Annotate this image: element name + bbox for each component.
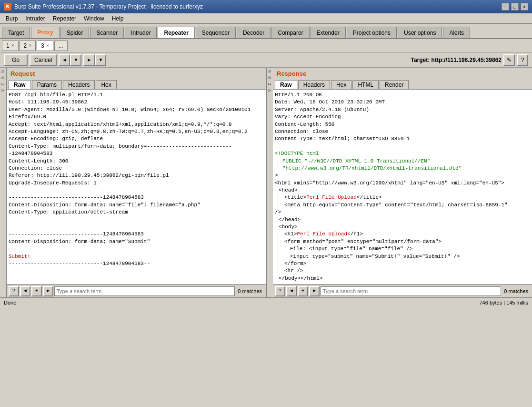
- tab-scanner[interactable]: Scanner: [90, 27, 124, 38]
- menu-window[interactable]: Window: [80, 14, 108, 23]
- response-matches: 0 matches: [502, 288, 530, 294]
- burp-logo: B: [4, 3, 11, 10]
- tab-decoder[interactable]: Decoder: [237, 27, 271, 38]
- req-search-next[interactable]: ►: [43, 286, 53, 296]
- close-button[interactable]: ×: [521, 3, 528, 10]
- titlebar-title: Burp Suite Professional v1.7.37 - Tempor…: [14, 3, 203, 10]
- tab-comparer[interactable]: Comparer: [271, 27, 309, 38]
- resp-search-add[interactable]: +: [298, 286, 308, 296]
- tab-proxy[interactable]: Proxy: [31, 27, 59, 38]
- req-line: User-Agent: Mozilla/5.0 (Windows NT 10.0…: [9, 106, 264, 113]
- nav-forward-group: ► ▼: [83, 54, 106, 66]
- resp-line: HTTP/1.1 200 OK: [275, 92, 530, 99]
- right-left-sidebar: b S I V: [266, 68, 273, 297]
- tab-spider[interactable]: Spider: [60, 27, 90, 38]
- resp-line: Connection: close: [275, 128, 530, 135]
- req-search-add[interactable]: +: [31, 286, 42, 296]
- titlebar-left: B Burp Suite Professional v1.7.37 - Temp…: [4, 3, 203, 10]
- req-line: Upgrade-Insecure-Requests: 1: [9, 180, 264, 187]
- response-tab-render[interactable]: Render: [380, 80, 409, 89]
- close-tab-3-icon[interactable]: ×: [46, 43, 49, 48]
- response-header: Response: [273, 68, 532, 79]
- left-sidebar: b S I V: [0, 68, 7, 297]
- resp-line: Vary: Accept-Encoding: [275, 113, 530, 121]
- minimize-button[interactable]: −: [502, 3, 509, 10]
- req-submit-line: Submit!: [9, 253, 264, 260]
- resp-search-prev[interactable]: ◄: [286, 286, 297, 296]
- resp-line: Content-Type: text/html; charset=ISO-885…: [275, 135, 530, 142]
- response-tab-headers[interactable]: Headers: [298, 80, 330, 89]
- response-content[interactable]: HTTP/1.1 200 OK Date: Wed, 16 Oct 2019 2…: [273, 90, 532, 284]
- repeater-tab-2[interactable]: 2 ×: [20, 41, 36, 51]
- resp-line: <input type="submit" name="Submit!" valu…: [275, 253, 530, 260]
- req-line: POST /cgi-bin/file.pl HTTP/1.1: [9, 92, 264, 99]
- req-line: [9, 224, 264, 231]
- request-tabs: Raw Params Headers Hex: [7, 79, 266, 90]
- resp-line: <html xmlns="http://www.w3.org/1999/xhtm…: [275, 180, 530, 187]
- nav-forward-button[interactable]: ►: [83, 54, 95, 66]
- nav-forward-dropdown[interactable]: ▼: [95, 54, 106, 66]
- repeater-tab-1[interactable]: 1 ×: [2, 41, 19, 51]
- req-line: Accept: text/html,application/xhtml+xml,…: [9, 121, 264, 128]
- resp-line: Date: Wed, 16 Oct 2019 23:32:20 GMT: [275, 99, 530, 106]
- tab-project-options[interactable]: Project options: [347, 27, 397, 38]
- target-help-button[interactable]: ?: [517, 54, 528, 66]
- nav-back-button[interactable]: ◄: [59, 54, 70, 66]
- response-tab-html[interactable]: HTML: [352, 80, 379, 89]
- main-tabbar: Target Proxy Spider Scanner Intruder Rep…: [0, 24, 532, 39]
- req-line: Firefox/69.0: [9, 113, 264, 121]
- request-tab-params[interactable]: Params: [32, 80, 62, 89]
- repeater-subtabs: 1 × 2 × 3 × ...: [0, 39, 532, 52]
- tab-user-options[interactable]: User options: [398, 27, 442, 38]
- request-search-input[interactable]: [54, 286, 235, 296]
- menu-burp[interactable]: Burp: [2, 14, 21, 23]
- tab-sequencer[interactable]: Sequencer: [196, 27, 236, 38]
- resp-search-help[interactable]: ?: [275, 286, 285, 296]
- resp-line: [275, 143, 530, 150]
- cancel-button[interactable]: Cancel: [30, 54, 57, 66]
- resp-doctype3: "http://www.w3.org/TR/xhtml1/DTD/xhtml1-…: [275, 165, 530, 172]
- req-search-help[interactable]: ?: [9, 286, 19, 296]
- tab-repeater[interactable]: Repeater: [158, 27, 194, 38]
- tab-extender[interactable]: Extender: [311, 27, 346, 38]
- resp-line: </form>: [275, 260, 530, 267]
- req-line: [9, 187, 264, 194]
- request-panel: Request Raw Params Headers Hex POST /cgi…: [7, 68, 266, 297]
- resp-line: File: <input type="file" name="file" />: [275, 245, 530, 253]
- nav-back-group: ◄ ▼: [59, 54, 81, 66]
- target-edit-button[interactable]: ✎: [503, 54, 515, 66]
- req-line: Content-Length: 300: [9, 158, 264, 165]
- response-tabs: Raw Headers Hex HTML Render: [273, 79, 532, 90]
- titlebar-controls[interactable]: − □ ×: [502, 3, 528, 10]
- go-button[interactable]: Go: [4, 54, 28, 66]
- tab-intruder[interactable]: Intruder: [125, 27, 157, 38]
- menu-help[interactable]: Help: [108, 14, 128, 23]
- maximize-button[interactable]: □: [511, 3, 519, 10]
- req-search-prev[interactable]: ◄: [20, 286, 30, 296]
- request-tab-hex[interactable]: Hex: [96, 80, 116, 89]
- resp-line: <form method="post" enctype="multipart/f…: [275, 238, 530, 245]
- close-tab-2-icon[interactable]: ×: [29, 43, 31, 48]
- response-tab-hex[interactable]: Hex: [331, 80, 351, 89]
- req-line: [9, 245, 264, 253]
- repeater-tab-more[interactable]: ...: [54, 41, 68, 51]
- request-tab-raw[interactable]: Raw: [9, 80, 31, 89]
- request-tab-headers[interactable]: Headers: [63, 80, 95, 89]
- tab-target[interactable]: Target: [2, 27, 30, 38]
- nav-back-dropdown[interactable]: ▼: [70, 54, 81, 66]
- request-content[interactable]: POST /cgi-bin/file.pl HTTP/1.1 Host: 111…: [7, 90, 266, 284]
- response-search-input[interactable]: [321, 286, 501, 296]
- req-line: ------------------------------1248478904…: [9, 231, 264, 238]
- req-line: Referer: http://111.198.29.45:39862/cgi-…: [9, 172, 264, 179]
- menu-intruder[interactable]: Intruder: [21, 14, 49, 23]
- response-tab-raw[interactable]: Raw: [275, 80, 297, 89]
- repeater-tab-3[interactable]: 3 ×: [37, 41, 53, 51]
- request-header: Request: [7, 68, 266, 79]
- resp-line: <head>: [275, 187, 530, 194]
- menu-repeater[interactable]: Repeater: [49, 14, 80, 23]
- resp-search-next[interactable]: ►: [309, 286, 320, 296]
- tab-alerts[interactable]: Alerts: [443, 27, 470, 38]
- request-matches: 0 matches: [236, 288, 264, 294]
- resp-line: </head>: [275, 216, 530, 224]
- close-tab-1-icon[interactable]: ×: [11, 43, 14, 48]
